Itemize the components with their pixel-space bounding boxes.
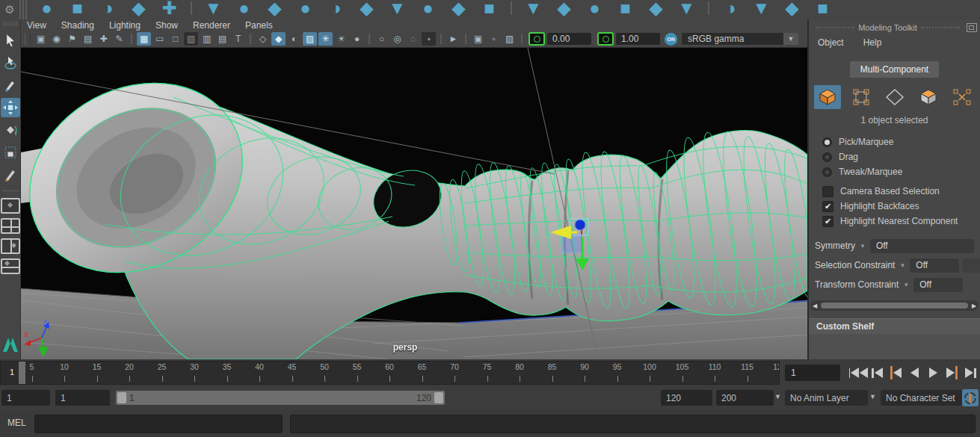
chevron-down-icon[interactable]: ▼ <box>899 262 905 269</box>
range-slider[interactable]: 1 120 <box>116 391 445 405</box>
selection-constraint-extra-field[interactable]: 0 <box>962 258 980 273</box>
shelf-tool-icon[interactable]: ◆ <box>259 0 290 21</box>
vertex-mode-button[interactable] <box>848 85 875 109</box>
shelf-tool-icon[interactable]: ■ <box>807 0 838 21</box>
shelf-tool-icon[interactable]: ◆ <box>549 0 579 21</box>
timeline-ruler[interactable]: 1 51015202530354045505560657075808590951… <box>0 361 780 385</box>
toolbox-handle[interactable] <box>3 22 18 26</box>
drag-handle[interactable] <box>816 27 854 28</box>
shelf-tool-icon[interactable]: ▼ <box>518 0 549 21</box>
viewport[interactable]: persp x z <box>21 48 807 359</box>
textured-icon[interactable]: ▨ <box>303 32 317 46</box>
view-transform-on-button[interactable]: ON <box>665 33 677 46</box>
paint-select-tool[interactable] <box>1 75 20 95</box>
shelf-tool-icon[interactable]: ● <box>579 0 610 21</box>
single-pane-layout-button[interactable] <box>1 198 20 214</box>
shelf-tool-icon[interactable]: ● <box>413 0 443 21</box>
custom-shelf-body[interactable] <box>809 334 980 359</box>
mel-label[interactable]: MEL <box>7 418 26 428</box>
four-pane-layout-button[interactable] <box>1 218 20 234</box>
viewport-canvas[interactable] <box>21 48 807 359</box>
use-all-lights-icon[interactable]: ✳ <box>318 32 333 46</box>
shelf-gear-icon[interactable]: ⚙ <box>0 0 19 19</box>
view-transform-dropdown-arrow[interactable]: ▼ <box>783 33 798 45</box>
go-to-end-button[interactable] <box>961 364 980 382</box>
pan-2d-icon[interactable]: ▣ <box>471 32 485 46</box>
bookmark-icon[interactable]: ⚑ <box>65 32 79 46</box>
two-d-pan-zoom-icon[interactable]: ✚ <box>96 32 111 46</box>
step-forward-key-button[interactable] <box>943 364 961 382</box>
animation-start-field[interactable]: 1 <box>1 390 50 406</box>
last-tool[interactable] <box>1 165 20 185</box>
highlight-backfaces-checkbox[interactable]: Highlight Backfaces <box>822 199 980 214</box>
step-back-frame-button[interactable] <box>868 364 887 382</box>
face-mode-button[interactable] <box>915 85 942 109</box>
camera-based-selection-checkbox[interactable]: Camera Based Selection <box>822 184 980 199</box>
field-chart-icon[interactable]: ▥ <box>200 32 214 46</box>
safe-title-icon[interactable]: T <box>231 32 245 46</box>
toolkit-menu-help[interactable]: Help <box>863 37 882 48</box>
chevron-down-icon[interactable]: ▼ <box>869 393 876 400</box>
gamma-field[interactable]: 1.00 <box>616 33 660 45</box>
grease-pencil-icon[interactable]: ✎ <box>112 32 126 46</box>
playback-start-field[interactable]: 1 <box>55 390 110 406</box>
isolate-select-icon[interactable]: ▪ <box>422 32 436 46</box>
current-frame-marker[interactable] <box>19 362 25 384</box>
lasso-tool[interactable] <box>1 53 20 72</box>
shelf-tool-icon[interactable]: ▼ <box>198 0 229 21</box>
occlusion-icon[interactable]: ● <box>350 32 364 46</box>
image-plane-icon[interactable]: ▤ <box>81 32 95 46</box>
multi-component-mode-button[interactable] <box>949 85 976 109</box>
rotate-tool[interactable] <box>1 120 20 140</box>
gamma-icon[interactable] <box>597 32 614 46</box>
scrollbar-thumb[interactable] <box>821 303 968 309</box>
shelf-tool-icon[interactable]: ▼ <box>746 0 777 21</box>
shelf-tool-icon[interactable]: ◆ <box>443 0 474 21</box>
scroll-left-icon[interactable]: ◀ <box>810 303 819 309</box>
drag-handle[interactable] <box>921 27 960 28</box>
resolution-gate-icon[interactable]: □ <box>168 32 182 46</box>
shelf-handle[interactable] <box>19 0 27 19</box>
xray-active-components-icon[interactable]: ◎ <box>390 32 404 46</box>
shelf-tool-icon[interactable]: ◆ <box>123 0 154 21</box>
shelf-tool-icon[interactable]: ▼ <box>382 0 413 21</box>
selection-constraint-value[interactable]: Off <box>910 258 959 273</box>
range-start-handle[interactable] <box>117 392 126 403</box>
shelf-tool-icon[interactable]: ■ <box>474 0 505 21</box>
tweak-marquee-radio[interactable]: Tweak/Marquee <box>822 164 980 179</box>
safe-action-icon[interactable]: ▤ <box>215 32 229 46</box>
current-frame-field[interactable]: 1 <box>785 365 840 381</box>
step-back-key-button[interactable] <box>887 364 905 382</box>
shelf-tool-icon[interactable]: ◑ <box>321 0 351 21</box>
animation-end-field[interactable]: 200 <box>716 390 774 406</box>
menu-view[interactable]: View <box>27 20 46 31</box>
camera-icon[interactable]: ▣ <box>34 32 48 46</box>
three-pane-layout-button[interactable] <box>1 238 20 254</box>
exposure-icon[interactable] <box>528 32 545 46</box>
two-pane-layout-button[interactable] <box>1 258 20 274</box>
xray-icon[interactable]: ○ <box>375 32 389 46</box>
shelf-tool-icon[interactable]: ■ <box>610 0 641 21</box>
play-backward-button[interactable] <box>905 364 924 382</box>
auto-keyframe-button[interactable] <box>962 389 979 406</box>
shelf-tool-icon[interactable]: ◆ <box>351 0 382 21</box>
symmetry-value[interactable]: Off <box>870 239 974 253</box>
range-end-handle[interactable] <box>434 392 443 403</box>
toolkit-scrollbar[interactable]: ◀ ▶ <box>810 300 979 311</box>
gate-mask-icon[interactable]: ▧ <box>184 32 198 46</box>
character-set-field[interactable]: No Character Set <box>881 390 962 406</box>
shelf-tool-icon[interactable]: ■ <box>62 0 93 21</box>
toolkit-menu-object[interactable]: Object <box>818 37 844 48</box>
snapshot-icon[interactable]: ▨ <box>502 32 517 46</box>
menu-shading[interactable]: Shading <box>61 20 94 31</box>
wireframe-icon[interactable]: ◇ <box>256 32 270 46</box>
go-to-start-button[interactable] <box>849 364 868 382</box>
shelf-tool-icon[interactable]: ● <box>229 0 259 21</box>
menu-renderer[interactable]: Renderer <box>193 20 230 31</box>
object-mode-button[interactable] <box>814 85 841 109</box>
shelf-tool-icon[interactable]: ◆ <box>641 0 671 21</box>
chevron-down-icon[interactable]: ▼ <box>860 243 866 250</box>
play-forward-button[interactable] <box>924 364 943 382</box>
menu-panels[interactable]: Panels <box>245 20 273 31</box>
grid-icon[interactable]: ▦ <box>137 32 151 46</box>
